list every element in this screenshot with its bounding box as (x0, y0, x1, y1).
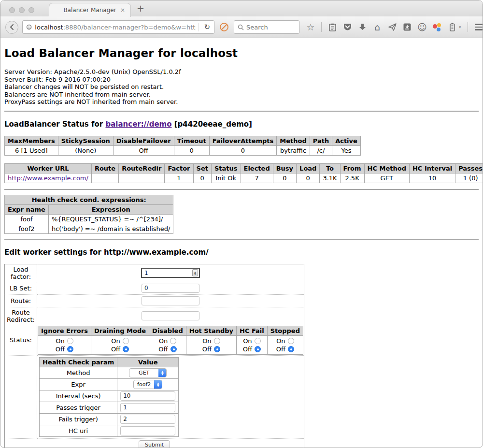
expr-header-row: Expr name Expression (5, 204, 173, 214)
search-input[interactable] (246, 24, 292, 31)
hc-uri-label: HC uri (40, 425, 117, 436)
route-label: Route: (5, 294, 37, 307)
minimize-window-button[interactable] (19, 7, 25, 13)
search-bar[interactable] (234, 20, 299, 34)
route-input[interactable] (142, 296, 199, 305)
hc-header-row: Health Check param Value (40, 357, 179, 367)
hc-fail-off-radio[interactable] (255, 346, 261, 352)
worker-url-link[interactable]: http://www.example.com/ (8, 174, 88, 182)
globe-icon[interactable] (26, 23, 32, 31)
content-blocker-icon[interactable] (219, 22, 229, 32)
back-button[interactable] (5, 21, 18, 34)
route-redirect-label: Route Redirect: (5, 307, 37, 325)
menu-hamburger-icon[interactable] (474, 22, 483, 32)
expr-title-row: Health check cond. expressions: (5, 195, 173, 204)
hc-interval-input[interactable] (120, 391, 175, 401)
col-route: Route (91, 163, 118, 173)
url-bar[interactable]: localhost:8880/balancer-manager?b=demo&w… (22, 20, 214, 34)
health-params-spacer (5, 355, 37, 438)
col-factor: Factor (165, 163, 193, 173)
chevron-down-icon[interactable]: ▾ (459, 25, 461, 29)
reload-icon[interactable]: ↻ (202, 23, 212, 31)
hc-fails-row: Fails trigger) (40, 413, 179, 425)
balancer-demo-link[interactable]: balancer://demo (105, 120, 171, 129)
worker-status-table: Worker URL Route RouteRedir Factor Set S… (4, 163, 483, 183)
on-label: On (243, 337, 252, 345)
expr-table-title: Health check cond. expressions: (5, 195, 173, 204)
hc-passes-input[interactable] (120, 403, 175, 412)
lb-set-input[interactable] (142, 284, 199, 293)
hc-method-label: Method (40, 367, 117, 378)
col-disabled: Disabled (149, 326, 186, 335)
hc-fails-label: Fails trigger) (40, 413, 117, 425)
url-text[interactable]: localhost:8880/balancer-manager?b=demo&w… (35, 24, 196, 31)
draining-mode-on-radio[interactable] (123, 338, 129, 344)
browser-window: Balancer Manager × + localhost:8880/bala… (0, 0, 483, 448)
hc-method-select[interactable]: GET ▲▼ (129, 368, 167, 377)
cell-from: 2.5K (340, 173, 364, 183)
clipboard-icon[interactable] (328, 22, 337, 32)
cell-expr-name: foof2 (5, 224, 49, 233)
hc-expr-select[interactable]: foof2 ▲▼ (133, 380, 162, 389)
zoom-window-button[interactable] (28, 7, 34, 13)
pocket-icon[interactable] (343, 22, 352, 32)
hc-interval-row: Interval (secs) (40, 390, 179, 402)
battery-icon[interactable] (448, 22, 456, 32)
downloads-icon[interactable] (358, 22, 367, 32)
chat-smiley-icon[interactable]: ☺ (418, 22, 426, 32)
ignore-errors-on-radio[interactable] (67, 338, 73, 344)
new-tab-button[interactable]: + (137, 3, 144, 14)
proxypass-notice-line: ProxyPass settings are NOT inherited fro… (4, 98, 479, 106)
close-window-button[interactable] (9, 7, 15, 13)
route-redirect-input[interactable] (142, 311, 199, 320)
cell-maxmembers: 6 [1 Used] (5, 145, 58, 155)
extension-download-icon[interactable] (403, 22, 412, 32)
bookmark-star-icon[interactable]: ☆ (306, 22, 315, 32)
tab-title: Balancer Manager (63, 7, 116, 14)
back-arrow-icon (9, 24, 15, 30)
col-routeredir: RouteRedir (119, 163, 165, 173)
colored-dots-extension-icon[interactable] (433, 23, 441, 31)
edit-worker-heading: Edit worker settings for http://www.exam… (4, 248, 479, 257)
ignore-errors-off-radio[interactable] (67, 346, 73, 352)
health-params-row: Health Check param Value Method GET ▲▼ (5, 355, 304, 438)
col-expr-name: Expr name (5, 204, 49, 214)
hot-standby-off-radio[interactable] (214, 346, 220, 352)
cell-failoverattempts: 0 (209, 145, 277, 155)
send-tab-icon[interactable] (388, 22, 397, 32)
load-factor-input[interactable]: 1 ▲▼ (141, 268, 200, 278)
hot-standby-on-radio[interactable] (214, 338, 220, 344)
cell-method: bytraffic (277, 145, 310, 155)
number-spinner-icon[interactable]: ▲▼ (192, 269, 198, 276)
balancer-data-row: 6 [1 Used] (None) Off 0 0 bytraffic /c/ … (5, 145, 361, 155)
draining-mode-off-radio[interactable] (123, 346, 129, 352)
disabled-on-radio[interactable] (170, 338, 176, 344)
cell-status: Init Ok (211, 173, 241, 183)
col-set: Set (193, 163, 211, 173)
expr-row-foof: foof %{REQUEST_STATUS} =~ /^[234]/ (5, 214, 173, 224)
hc-uri-row: HC uri (40, 425, 179, 436)
hc-uri-input[interactable] (120, 426, 175, 435)
hc-fail-on-radio[interactable] (255, 338, 261, 344)
health-check-table: Health Check param Value Method GET ▲▼ (39, 357, 179, 437)
home-icon[interactable]: ⌂ (373, 22, 382, 32)
disabled-off-radio[interactable] (170, 346, 177, 352)
cell-elected: 7 (241, 173, 273, 183)
url-path: :8880/balancer-manager?b=demo&w=http://w… (63, 24, 196, 31)
tab-close-icon[interactable]: × (120, 7, 125, 14)
loadbalancer-status-heading: LoadBalancer Status for balancer://demo … (4, 120, 479, 129)
stopped-off-radio[interactable] (288, 346, 294, 352)
submit-button[interactable]: Submit (139, 440, 170, 448)
stopped-on-radio[interactable] (288, 338, 294, 344)
col-stickysession: StickySession (58, 136, 113, 145)
cell-stickysession: (None) (58, 145, 113, 155)
expressions-table: Health check cond. expressions: Expr nam… (4, 195, 173, 234)
status-header-row: Ignore Errors Draining Mode Disabled Hot… (38, 326, 303, 335)
toolbar-divider-2 (468, 22, 468, 32)
edit-worker-form: Load factor: 1 ▲▼ LB Set: Route: Route R… (4, 264, 304, 448)
tab-balancer-manager[interactable]: Balancer Manager × (49, 3, 131, 17)
hc-fails-input[interactable] (120, 415, 175, 424)
on-label: On (159, 337, 168, 345)
navigation-toolbar: localhost:8880/balancer-manager?b=demo&w… (0, 16, 483, 38)
page-content: Load Balancer Manager for localhost Serv… (0, 38, 483, 448)
